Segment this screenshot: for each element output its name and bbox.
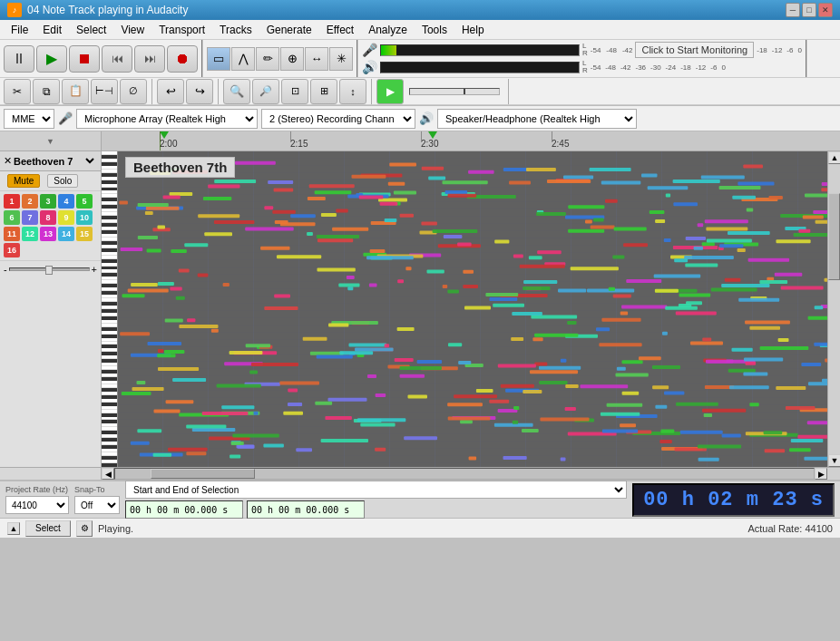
redo-button[interactable]: ↪ <box>186 79 213 104</box>
play-button[interactable]: ▶ <box>36 45 67 73</box>
close-button[interactable]: ✕ <box>818 3 833 17</box>
audio-host-select[interactable]: MME <box>4 109 54 129</box>
ch-8[interactable]: 8 <box>40 210 56 225</box>
menu-transport[interactable]: Transport <box>151 22 212 38</box>
menu-generate[interactable]: Generate <box>259 22 319 38</box>
menu-file[interactable]: File <box>4 22 35 38</box>
svg-rect-26 <box>601 318 640 322</box>
gain-slider-thumb[interactable] <box>45 266 53 275</box>
menu-analyze[interactable]: Analyze <box>361 22 415 38</box>
ch-4[interactable]: 4 <box>58 194 74 209</box>
menu-tools[interactable]: Tools <box>415 22 454 38</box>
scroll-thumb[interactable] <box>828 193 840 280</box>
minimize-button[interactable]: ─ <box>786 3 800 17</box>
mute-button[interactable]: Mute <box>7 174 40 188</box>
zoom-sel-button[interactable]: ⊡ <box>281 79 308 104</box>
multi-tool-button[interactable]: ✳ <box>329 47 353 71</box>
trim-button[interactable]: ⊢⊣ <box>91 79 118 104</box>
gain-plus: + <box>92 264 97 275</box>
silence-button[interactable]: ∅ <box>120 79 147 104</box>
click-to-start-monitoring[interactable]: Click to Start Monitoring <box>635 42 754 58</box>
copy-button[interactable]: ⧉ <box>33 79 60 104</box>
ch-13[interactable]: 13 <box>40 227 56 241</box>
svg-rect-13 <box>120 332 150 335</box>
svg-rect-236 <box>698 223 704 227</box>
ch-10[interactable]: 10 <box>76 210 93 225</box>
ch-7[interactable]: 7 <box>22 210 38 225</box>
output-device-select[interactable]: Speaker/Headphone (Realtek High <box>437 109 637 129</box>
menu-tracks[interactable]: Tracks <box>212 22 259 38</box>
zoom-fit-button[interactable]: ⊞ <box>310 79 337 104</box>
status-options-button[interactable]: ⚙ <box>76 520 93 537</box>
scroll-left-button[interactable]: ◀ <box>102 468 114 480</box>
scroll-up-button[interactable]: ▲ <box>828 151 840 164</box>
ch-2[interactable]: 2 <box>22 194 38 209</box>
track-close-button[interactable]: ✕ <box>4 155 12 167</box>
zoom-tool-button[interactable]: ⊕ <box>280 47 304 71</box>
scroll-down-button[interactable]: ▼ <box>828 454 840 467</box>
ch-3[interactable]: 3 <box>40 194 56 209</box>
pause-button[interactable]: ⏸ <box>4 45 34 73</box>
select-tool-button[interactable]: ▭ <box>207 47 230 71</box>
zoom-out-button[interactable]: 🔎 <box>252 79 279 104</box>
svg-rect-156 <box>759 280 787 284</box>
menu-effect[interactable]: Effect <box>319 22 361 38</box>
h-scroll-track <box>114 468 815 480</box>
zoom-in-button[interactable]: 🔍 <box>223 79 250 104</box>
ch-11[interactable]: 11 <box>4 227 20 241</box>
menu-edit[interactable]: Edit <box>35 22 69 38</box>
snap-to-select[interactable]: Off <box>74 496 120 514</box>
envelope-tool-button[interactable]: ⋀ <box>231 47 255 71</box>
stop-button[interactable]: ⏹ <box>69 45 100 73</box>
undo-button[interactable]: ↩ <box>157 79 184 104</box>
svg-rect-303 <box>235 161 276 165</box>
ch-16[interactable]: 16 <box>4 243 20 257</box>
svg-rect-214 <box>511 337 523 341</box>
record-button[interactable]: ⏺ <box>167 45 198 73</box>
svg-rect-137 <box>581 384 629 388</box>
selection-type-select[interactable]: Start and End of Selection <box>125 481 627 499</box>
solo-button[interactable]: Solo <box>47 174 78 188</box>
menu-select[interactable]: Select <box>69 22 113 38</box>
gain-slider[interactable] <box>9 267 90 271</box>
play-at-speed-button[interactable]: ▶ <box>376 79 404 104</box>
skip-forward-button[interactable]: ⏭ <box>134 45 165 73</box>
paste-button[interactable]: 📋 <box>62 79 89 104</box>
h-scroll-thumb[interactable] <box>151 469 256 479</box>
vertical-scrollbar[interactable]: ▲ ▼ <box>827 151 840 467</box>
status-expand-button[interactable]: ▲ <box>7 522 20 535</box>
svg-rect-135 <box>729 385 769 389</box>
skip-back-button[interactable]: ⏮ <box>102 45 132 73</box>
ch-1[interactable]: 1 <box>4 194 20 209</box>
input-device-select[interactable]: Microphone Array (Realtek High <box>76 109 258 129</box>
svg-rect-132 <box>145 211 153 215</box>
midi-canvas[interactable]: Beethoven 7th <box>118 151 827 467</box>
svg-rect-180 <box>803 216 824 219</box>
svg-rect-299 <box>719 186 761 189</box>
scroll-right-button[interactable]: ▶ <box>815 468 827 480</box>
svg-rect-94 <box>198 214 239 218</box>
select-button[interactable]: Select <box>25 520 71 537</box>
draw-tool-button[interactable]: ✏ <box>256 47 279 71</box>
menu-help[interactable]: Help <box>454 22 492 38</box>
ch-6[interactable]: 6 <box>4 210 20 225</box>
svg-rect-283 <box>489 400 509 403</box>
ch-15[interactable]: 15 <box>76 227 93 241</box>
svg-rect-172 <box>283 412 303 415</box>
project-rate-select[interactable]: 44100 <box>5 496 69 514</box>
ch-14[interactable]: 14 <box>58 227 74 241</box>
channels-select[interactable]: 2 (Stereo) Recording Chann <box>261 109 415 129</box>
svg-rect-148 <box>512 312 542 316</box>
ch-12[interactable]: 12 <box>22 227 38 241</box>
svg-rect-286 <box>601 180 641 184</box>
ch-5[interactable]: 5 <box>76 194 93 209</box>
zoom-width-button[interactable]: ↕ <box>339 79 366 104</box>
svg-rect-359 <box>607 403 643 407</box>
cut-button[interactable]: ✂ <box>4 79 31 104</box>
svg-rect-34 <box>620 312 628 316</box>
track-menu-select[interactable]: ▼ <box>83 155 97 167</box>
menu-view[interactable]: View <box>113 22 151 38</box>
timeshift-tool-button[interactable]: ↔ <box>305 47 328 71</box>
maximize-button[interactable]: □ <box>802 3 816 17</box>
ch-9[interactable]: 9 <box>58 210 74 225</box>
